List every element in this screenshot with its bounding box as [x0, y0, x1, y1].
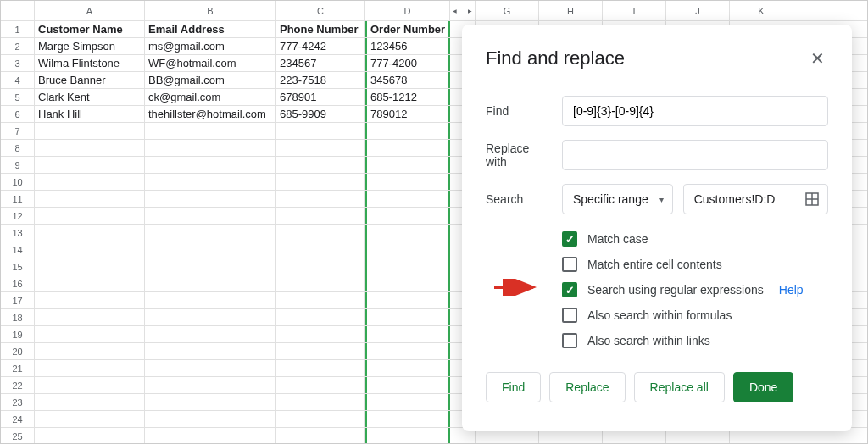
cell[interactable] — [276, 241, 365, 258]
cell[interactable]: Bruce Banner — [35, 72, 145, 88]
cell[interactable] — [365, 140, 450, 156]
cell[interactable]: 223-7518 — [276, 72, 365, 88]
close-icon[interactable]: ✕ — [807, 45, 828, 72]
cell[interactable] — [35, 157, 145, 173]
cell[interactable]: ck@gmail.com — [145, 89, 276, 105]
col-header-C[interactable]: C — [276, 1, 365, 20]
row-number[interactable]: 9 — [1, 157, 35, 173]
cell[interactable] — [365, 275, 450, 291]
cell[interactable] — [365, 208, 450, 224]
cell[interactable] — [35, 208, 145, 224]
cell[interactable] — [365, 225, 450, 241]
cell[interactable] — [145, 123, 276, 139]
cell[interactable] — [365, 309, 450, 325]
cell[interactable] — [365, 292, 450, 308]
cell[interactable] — [276, 377, 365, 393]
cell[interactable] — [145, 275, 276, 291]
col-header-A[interactable]: A — [35, 1, 145, 20]
corner-cell[interactable] — [1, 1, 35, 20]
cell[interactable] — [276, 275, 365, 291]
row-number[interactable]: 12 — [1, 208, 35, 224]
cell[interactable] — [35, 174, 145, 190]
cell[interactable] — [145, 225, 276, 241]
cell[interactable] — [35, 275, 145, 291]
cell[interactable]: Order Number — [365, 21, 450, 37]
row-number[interactable]: 16 — [1, 275, 35, 291]
cell[interactable] — [276, 411, 365, 427]
cell[interactable] — [35, 258, 145, 275]
cell[interactable] — [35, 343, 145, 359]
cell[interactable] — [276, 157, 365, 173]
cell[interactable] — [365, 157, 450, 173]
cell[interactable] — [145, 428, 276, 444]
cell[interactable]: Wilma Flintstone — [35, 55, 145, 71]
cell[interactable] — [276, 309, 365, 325]
cell[interactable] — [365, 428, 450, 444]
cell[interactable] — [145, 208, 276, 224]
cell[interactable] — [276, 360, 365, 376]
row-number[interactable]: 5 — [1, 89, 35, 105]
help-link[interactable]: Help — [779, 283, 804, 297]
col-header-K[interactable]: K — [730, 1, 793, 20]
cell[interactable] — [35, 225, 145, 241]
cell[interactable]: 685-1212 — [365, 89, 450, 105]
cell[interactable]: Email Address — [145, 21, 276, 37]
cell[interactable] — [35, 309, 145, 325]
cell[interactable] — [276, 394, 365, 410]
row-number[interactable]: 19 — [1, 326, 35, 342]
replace-all-button[interactable]: Replace all — [634, 372, 725, 402]
cell[interactable] — [276, 428, 365, 444]
formulas-checkbox[interactable] — [562, 308, 577, 323]
cell[interactable]: 345678 — [365, 72, 450, 88]
cell[interactable] — [145, 411, 276, 427]
col-header-H[interactable]: H — [539, 1, 603, 20]
find-button[interactable]: Find — [486, 372, 541, 402]
row-number[interactable]: 18 — [1, 309, 35, 325]
cell[interactable]: Customer Name — [35, 21, 145, 37]
cell[interactable] — [276, 225, 365, 241]
row-number[interactable]: 20 — [1, 343, 35, 359]
col-header-B[interactable]: B — [145, 1, 276, 20]
cell[interactable] — [365, 123, 450, 139]
cell[interactable]: 678901 — [276, 89, 365, 105]
row-number[interactable]: 3 — [1, 55, 35, 71]
cell[interactable] — [365, 394, 450, 410]
row-number[interactable]: 17 — [1, 292, 35, 308]
row-number[interactable]: 15 — [1, 258, 35, 275]
cell[interactable] — [276, 343, 365, 359]
cell[interactable] — [145, 157, 276, 173]
cell[interactable] — [276, 258, 365, 275]
links-checkbox[interactable] — [562, 333, 577, 348]
cell[interactable]: 123456 — [365, 38, 450, 54]
row-number[interactable]: 7 — [1, 123, 35, 139]
cell[interactable] — [365, 411, 450, 427]
cell[interactable] — [145, 292, 276, 308]
hidden-columns-indicator[interactable] — [450, 1, 476, 20]
cell[interactable] — [276, 292, 365, 308]
col-header-D[interactable]: D — [365, 1, 450, 20]
cell[interactable]: Marge Simpson — [35, 38, 145, 54]
cell[interactable] — [145, 174, 276, 190]
range-input[interactable]: Customers!D:D — [683, 184, 828, 214]
cell[interactable] — [365, 191, 450, 207]
cell[interactable] — [145, 394, 276, 410]
cell[interactable] — [365, 343, 450, 359]
replace-button[interactable]: Replace — [549, 372, 625, 402]
cell[interactable] — [145, 343, 276, 359]
cell[interactable] — [35, 377, 145, 393]
col-header-G[interactable]: G — [476, 1, 539, 20]
row-number[interactable]: 2 — [1, 38, 35, 54]
cell[interactable]: Clark Kent — [35, 89, 145, 105]
row-number[interactable]: 8 — [1, 140, 35, 156]
cell[interactable]: 777-4242 — [276, 38, 365, 54]
search-scope-dropdown[interactable]: Specific range — [562, 184, 673, 214]
cell[interactable]: 777-4200 — [365, 55, 450, 71]
row-number[interactable]: 22 — [1, 377, 35, 393]
cell[interactable] — [145, 360, 276, 376]
row-number[interactable]: 4 — [1, 72, 35, 88]
regex-checkbox[interactable] — [562, 282, 577, 297]
cell[interactable] — [365, 241, 450, 258]
cell[interactable] — [365, 360, 450, 376]
cell[interactable]: Hank Hill — [35, 106, 145, 122]
row-number[interactable]: 14 — [1, 241, 35, 258]
